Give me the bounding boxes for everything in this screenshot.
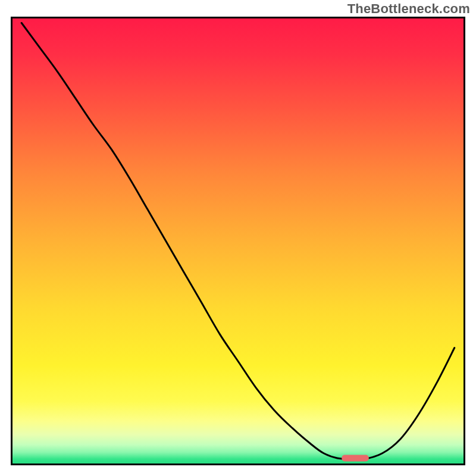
watermark-text: TheBottleneck.com xyxy=(347,1,470,17)
plot-background-gradient xyxy=(12,18,464,464)
svg-rect-0 xyxy=(12,18,464,464)
plot-frame xyxy=(11,17,465,465)
chart-container: TheBottleneck.com xyxy=(0,0,476,476)
